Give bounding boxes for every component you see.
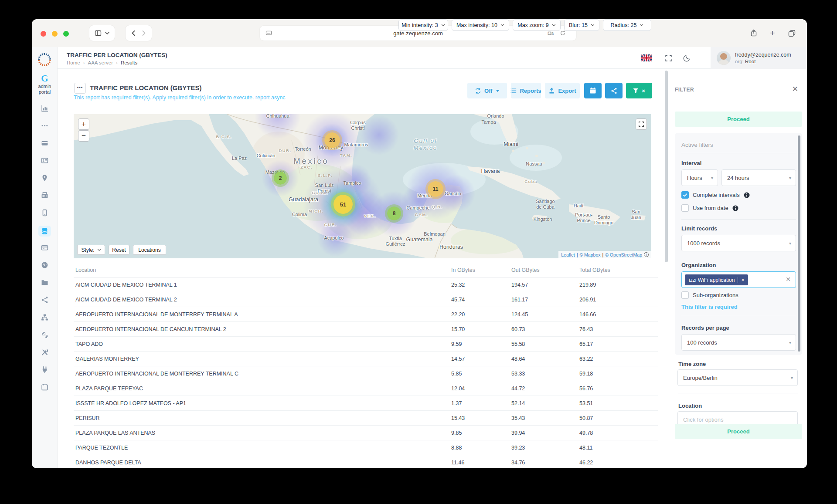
reports-button[interactable]: Reports	[511, 83, 541, 98]
cluster-marker-11[interactable]: 11	[428, 181, 443, 197]
sidebar-item-gears[interactable]	[32, 327, 58, 344]
zoom-out-button[interactable]: −	[78, 130, 89, 142]
col-location[interactable]: Location	[75, 267, 96, 273]
table-row[interactable]: AEROPUERTO INTERNACIONAL DE CANCUN TERMI…	[74, 322, 658, 337]
table-row[interactable]: PLAZA PARQUE LAS ANTENAS9.8539.9449.78	[74, 426, 658, 440]
forward-icon[interactable]	[142, 30, 146, 36]
sidebar-item-gauge[interactable]	[32, 257, 58, 274]
new-tab-icon[interactable]: +	[766, 25, 779, 41]
table-row[interactable]: PERISUR15.4335.4350.87	[74, 411, 658, 426]
sidebar-item-folder[interactable]	[32, 274, 58, 292]
filter-close-icon[interactable]: ✕	[792, 85, 798, 94]
col-total-gbytes[interactable]: Total GBytes	[579, 267, 610, 273]
col-out-gbytes[interactable]: Out GBytes	[511, 267, 540, 273]
dark-mode-moon-icon[interactable]	[683, 54, 691, 62]
cluster-marker-51[interactable]: 51	[333, 195, 353, 214]
organization-input[interactable]: izzi WiFi application × ✕	[681, 271, 796, 288]
sidebar-toggle-button[interactable]	[89, 25, 115, 41]
map-setting-min-intensity[interactable]: Min intensity: 3	[398, 19, 448, 31]
map-reset-button[interactable]: Reset	[109, 245, 129, 255]
sidebar-item-wallet[interactable]	[32, 135, 58, 152]
report-required-filter-notice[interactable]: This report has required filter(s). Appl…	[74, 95, 286, 101]
language-flag-icon[interactable]	[641, 54, 652, 62]
proceed-button-top[interactable]: Proceed	[675, 112, 802, 127]
table-row[interactable]: AICM CIUDAD DE MEXICO TERMINAL 125.32194…	[74, 277, 658, 292]
minimize-window-button[interactable]	[52, 31, 58, 37]
export-button[interactable]: Export	[545, 83, 580, 98]
attribution-info-icon[interactable]: i	[644, 252, 649, 257]
limit-records-select[interactable]: 1000 records▾	[681, 235, 796, 251]
share-icon[interactable]	[747, 25, 760, 41]
cluster-marker-2[interactable]: 2	[274, 172, 287, 185]
use-from-date-checkbox[interactable]	[681, 204, 689, 212]
filter-required-note: This filter is required	[681, 304, 738, 310]
proceed-button-bottom[interactable]: Proceed	[675, 424, 802, 439]
reload-icon[interactable]	[560, 30, 566, 36]
table-row[interactable]: AICM CIUDAD DE MEXICO TERMINAL 245.74161…	[74, 292, 658, 307]
zoom-window-button[interactable]	[63, 31, 69, 37]
table-row[interactable]: PLAZA PARQUE TEPEYAC12.0444.7256.76	[74, 381, 658, 396]
map-setting-radius[interactable]: Radius: 25	[603, 19, 651, 31]
auto-refresh-button[interactable]: Off	[467, 83, 507, 98]
sidebar-item-credit-card[interactable]	[32, 240, 58, 257]
cluster-marker-8[interactable]: 8	[387, 206, 401, 220]
tab-overview-icon[interactable]	[785, 25, 798, 41]
page-scrollbar[interactable]	[665, 71, 668, 463]
traffic-heatmap[interactable]: ChihuahuaCorpus ChristiMatamorosMonterre…	[74, 114, 651, 258]
sidebar-item-map-pin[interactable]	[32, 170, 58, 187]
interval-unit-select[interactable]: Hours▾	[681, 169, 718, 186]
table-row[interactable]: AEROPUERTO INTERNACIONAL DE MONTERREY TE…	[74, 307, 658, 322]
table-row[interactable]: DANHOS PARQUE DELTA11.4634.7646.22	[74, 455, 658, 468]
cluster-marker-26[interactable]: 26	[324, 132, 340, 148]
filter-toggle-button[interactable]: ×	[626, 83, 652, 98]
records-per-page-select[interactable]: 100 records▾	[681, 334, 796, 351]
sidebar-item-sitemap[interactable]	[32, 309, 58, 327]
organization-tag[interactable]: izzi WiFi application ×	[685, 274, 748, 285]
sidebar-item-plug[interactable]	[32, 362, 58, 379]
osm-link[interactable]: © OpenStreetMap	[605, 252, 642, 257]
back-icon[interactable]	[132, 30, 135, 36]
table-row[interactable]: TAPO ADO9.5955.5865.17	[74, 337, 658, 352]
sidebar-item-calendar[interactable]	[32, 379, 58, 396]
breadcrumb-aaa-server[interactable]: AAA server	[88, 60, 113, 65]
clear-organization-icon[interactable]: ✕	[786, 276, 791, 283]
sidebar-item-fax[interactable]	[32, 187, 58, 205]
share-report-button[interactable]	[605, 83, 623, 98]
sidebar-item-database[interactable]	[32, 222, 58, 240]
mapbox-link[interactable]: © Mapbox	[579, 252, 600, 257]
chevron-down-icon	[97, 249, 101, 251]
schedule-button[interactable]	[584, 83, 602, 98]
map-locations-button[interactable]: Locations	[133, 245, 166, 255]
sidebar-item-mobile[interactable]	[32, 205, 58, 222]
interval-value-select[interactable]: 24 hours▾	[721, 169, 796, 186]
col-in-gbytes[interactable]: In GBytes	[451, 267, 475, 273]
breadcrumb-home[interactable]: Home	[67, 60, 80, 65]
map-style-button[interactable]: Style:	[77, 245, 105, 255]
sidebar-item-tools[interactable]	[32, 344, 58, 362]
close-window-button[interactable]	[41, 31, 46, 37]
table-row[interactable]: AEROPUERTO INTERNACIONAL DE MONTERREY TE…	[74, 366, 658, 381]
fullscreen-icon[interactable]	[665, 54, 673, 62]
translate-icon[interactable]: ⚃a	[548, 31, 554, 36]
zoom-in-button[interactable]: +	[78, 118, 89, 130]
leaflet-link[interactable]: Leaflet	[561, 252, 575, 257]
sidebar-item-id-card[interactable]	[32, 152, 58, 170]
sidebar-item-ellipsis[interactable]	[32, 118, 58, 135]
table-row[interactable]: ISSSTE HR ADOLFO LOPEZ MATEOS - AP11.375…	[74, 396, 658, 411]
sidebar-item-chart-bar[interactable]	[32, 100, 58, 118]
map-setting-max-zoom[interactable]: Max zoom: 9	[513, 19, 561, 31]
time-zone-select[interactable]: Europe/Berlin▾	[677, 369, 798, 386]
filters-scrollbar[interactable]	[798, 135, 800, 352]
complete-intervals-checkbox[interactable]	[681, 191, 689, 199]
map-setting-max-intensity[interactable]: Max intensity: 10	[452, 19, 509, 31]
map-fullscreen-button[interactable]	[636, 118, 647, 130]
map-setting-blur[interactable]: Blur: 15	[564, 19, 599, 31]
table-row[interactable]: PARQUE TEZONTLE8.8839.2348.11	[74, 440, 658, 455]
app-logo[interactable]	[37, 52, 52, 69]
remove-tag-icon[interactable]: ×	[741, 277, 744, 283]
sidebar-item-share-nodes[interactable]	[32, 292, 58, 309]
user-menu[interactable]: freddy@zequenze.com org: Root	[711, 47, 807, 69]
report-more-button[interactable]: •••	[74, 83, 86, 94]
table-row[interactable]: GALERIAS MONTERREY14.5748.6463.22	[74, 352, 658, 366]
sub-organizations-checkbox[interactable]	[681, 291, 689, 299]
